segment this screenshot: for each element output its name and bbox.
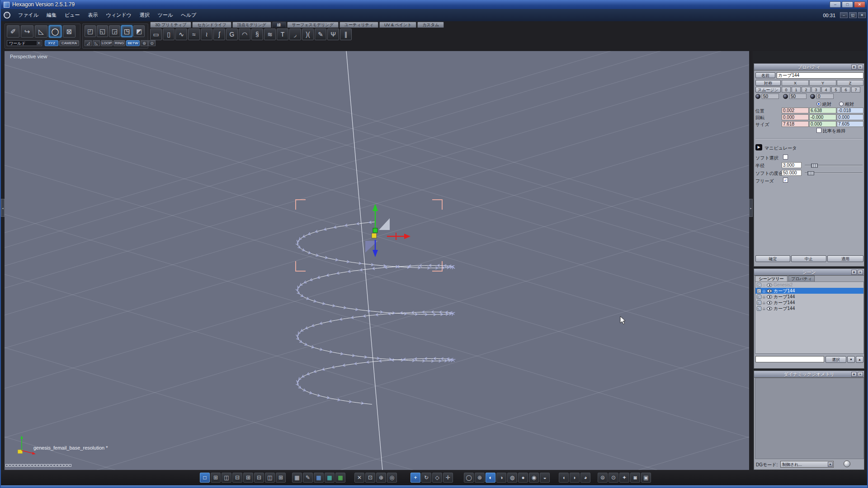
position-x-field[interactable]: 0.002 — [782, 108, 809, 113]
render-visibility-icon[interactable]: ⌂ — [763, 300, 765, 305]
absolute-radio[interactable] — [816, 102, 821, 106]
frame-square[interactable] — [50, 464, 52, 467]
text-tool-icon[interactable]: T — [277, 28, 288, 40]
scale-manipulator-icon[interactable]: ◇ — [432, 473, 442, 483]
zoom-region-icon[interactable]: ⊡ — [365, 473, 375, 483]
interpolated-curve-tool-icon[interactable]: ≀ — [201, 28, 212, 40]
symmetry-button[interactable]: 対称 — [755, 80, 781, 86]
ok-button[interactable]: 確定 — [755, 255, 790, 262]
multi-mode-icon[interactable]: ◩ — [133, 25, 145, 37]
menu-item-file[interactable]: ファイル — [14, 9, 42, 21]
brush-icon[interactable]: ✎ — [303, 473, 313, 483]
viewport[interactable]: Perspective view genesis_femail_base_res… — [5, 51, 749, 470]
scene-panel-header[interactable]: シーン ▼ ✕ — [754, 269, 864, 276]
visibility-eye-icon[interactable] — [767, 295, 772, 299]
position-y-field[interactable]: 6.638 — [809, 108, 836, 113]
frame-square[interactable] — [18, 464, 21, 467]
symmetry-tool-icon[interactable]: )( — [302, 28, 314, 40]
look-at-icon[interactable]: ◎ — [387, 473, 397, 483]
grid-snap-icon[interactable]: ▦ — [314, 473, 324, 483]
position-z-field[interactable]: -0.018 — [837, 108, 863, 113]
fit-selection-icon[interactable]: ✕ — [354, 473, 364, 483]
child-minimize-button[interactable]: – — [840, 12, 848, 18]
maximize-button[interactable]: □ — [842, 1, 853, 8]
frame-square[interactable] — [34, 464, 37, 467]
frame-square[interactable] — [59, 464, 62, 467]
rounded-rectangle-tool-icon[interactable]: ▯ — [163, 28, 175, 40]
transparent-sphere-icon[interactable]: ◒ — [540, 473, 550, 483]
keep-ratio-checkbox[interactable] — [816, 128, 821, 133]
scene-filter-input[interactable] — [755, 356, 824, 362]
hidden-line-sphere-icon[interactable]: ⊕ — [475, 473, 485, 483]
tab-surface-modeling[interactable]: サーフェスモデリング — [287, 22, 339, 28]
menu-item-window[interactable]: ウィンドウ — [102, 9, 136, 21]
scene-tree-item[interactable]: C⌂カーブ144 — [755, 288, 863, 294]
xyz-button[interactable]: XYZ — [45, 40, 58, 46]
frame-square[interactable] — [37, 464, 40, 467]
grow-selection-icon[interactable]: ◿ — [85, 40, 92, 46]
frame-square[interactable] — [9, 464, 11, 467]
layout-four-view-icon[interactable]: ⊞ — [211, 473, 221, 483]
layout-one-two-icon[interactable]: ◫ — [265, 473, 275, 483]
scene-tree-item[interactable]: C⌂カーブ144 — [755, 305, 863, 311]
textured-sphere-icon[interactable]: ◉ — [529, 473, 539, 483]
tab-second-life[interactable]: セカンドライフ — [192, 22, 231, 28]
frame-square[interactable] — [43, 464, 46, 467]
wave-tool-icon[interactable]: ≋ — [264, 28, 276, 40]
loop-button[interactable]: LOOP — [101, 40, 113, 46]
smoothing-level-4[interactable]: 4 — [821, 87, 830, 93]
panel-collapse-icon[interactable]: ▼ — [851, 372, 857, 377]
render-visibility-icon[interactable]: ⌂ — [763, 283, 765, 287]
frame-square[interactable] — [47, 464, 49, 467]
tab-utilities[interactable]: ユーティリティ — [340, 22, 378, 28]
z-column-header[interactable]: Z — [837, 80, 863, 86]
apply-button[interactable]: 適用 — [827, 255, 863, 262]
panel-close-icon[interactable]: ✕ — [858, 65, 863, 70]
frame-square[interactable] — [15, 464, 18, 467]
scene-tree-item[interactable]: C⌂Genesis2 — [755, 282, 863, 288]
curve-tool-icon[interactable]: ≈ — [188, 28, 200, 40]
smoothing-button[interactable]: スムージング — [755, 87, 781, 93]
flat-shading-icon[interactable]: ◐ — [486, 473, 495, 483]
smooth-shading-icon[interactable]: ◑ — [496, 473, 506, 483]
render-visibility-icon[interactable]: ⌂ — [763, 306, 765, 311]
panel-collapse-icon[interactable]: ▼ — [851, 65, 857, 70]
lasso-select-tool-icon[interactable]: ↪ — [21, 25, 33, 38]
smoothing-level-7[interactable]: 7 — [851, 87, 860, 93]
panel-close-icon[interactable]: ✕ — [858, 270, 863, 275]
smoothing-level-3[interactable]: 3 — [811, 87, 821, 93]
scene-tree-item[interactable]: C⌂カーブ144 — [755, 294, 863, 300]
frame-square[interactable] — [28, 464, 30, 467]
select-visible-icon[interactable]: ⊜ — [141, 40, 148, 46]
arc-tool-icon[interactable]: ◠ — [239, 28, 250, 40]
move-up-button[interactable]: ▲ — [856, 356, 863, 363]
tab-scene-tree[interactable]: シーンツリー — [755, 276, 788, 282]
visibility-eye-icon[interactable] — [767, 283, 772, 287]
soft-selection-checkbox[interactable] — [783, 155, 788, 160]
lock-selection-tool-icon[interactable]: ⊠ — [63, 25, 75, 38]
collapse-right-panel-handle[interactable]: ▸ — [749, 199, 753, 217]
rotation-y-field[interactable]: -0.000 — [809, 114, 836, 120]
tab-custom[interactable]: カスタム — [417, 22, 444, 28]
paint-select-tool-icon[interactable]: ◯ — [49, 25, 61, 38]
collapse-left-panel-handle[interactable]: ◂ — [1, 199, 5, 217]
layout-single-view-icon[interactable]: □ — [200, 473, 210, 483]
menu-item-help[interactable]: ヘルプ — [177, 9, 200, 21]
wireframe-sphere-icon[interactable]: ◯ — [464, 473, 474, 483]
properties-panel-header[interactable]: プロパティ ▼ ✕ — [754, 64, 864, 70]
subdivision-icon[interactable]: ⊙ — [609, 473, 618, 483]
smoothing-level-6[interactable]: 6 — [841, 87, 850, 93]
rotate-manipulator-icon[interactable]: ↻ — [421, 473, 431, 483]
tab-lines[interactable]: 線 — [272, 22, 286, 28]
betw-button[interactable]: BETW — [126, 40, 140, 46]
offset-tool-icon[interactable]: ∥ — [340, 28, 352, 40]
menu-item-tools[interactable]: ツール — [154, 9, 177, 21]
panel-close-icon[interactable]: ✕ — [858, 372, 863, 377]
select-button[interactable]: 選択 — [826, 356, 846, 363]
object-name-input[interactable] — [777, 72, 863, 79]
smoothing-value-3[interactable]: 0 — [816, 94, 834, 99]
pen-tool-icon[interactable]: ✎ — [315, 28, 326, 40]
world-space-dropdown[interactable]: ワールド ▼ — [7, 40, 42, 46]
point-mode-icon[interactable]: ◰ — [85, 25, 96, 37]
menu-item-view[interactable]: ビュー — [61, 9, 84, 21]
